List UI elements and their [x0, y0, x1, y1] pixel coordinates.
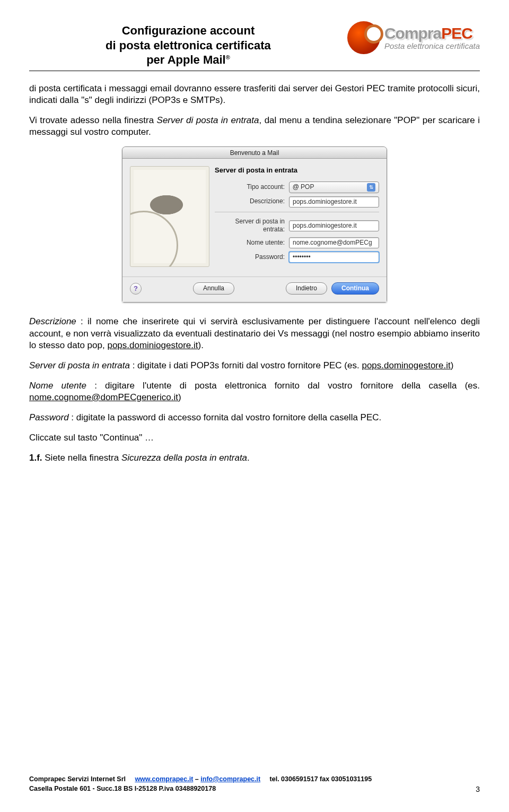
logo-text: CompraPEC Posta elettronica certificata	[384, 25, 480, 50]
footer-addr: Casella Postale 601 - Succ.18 BS I-25128…	[29, 785, 216, 792]
step-paragraph: 1.f. Siete nella finestra Sicurezza dell…	[29, 452, 480, 464]
username-text-b: )	[178, 392, 181, 402]
description-input[interactable]	[289, 196, 379, 208]
account-type-select[interactable]: @ POP ⇅	[289, 182, 379, 193]
cancel-button[interactable]: Annulla	[193, 282, 234, 295]
row-server: Server di posta in entrata:	[215, 218, 379, 234]
window-footer: ? Annulla Indietro Continua	[122, 277, 387, 303]
desc-under: pops.dominiogestore.it	[107, 340, 198, 350]
p2b: Server di posta in entrata	[157, 115, 259, 125]
continue-paragraph: Cliccate sul tasto "Continua" …	[29, 432, 480, 444]
logo-subtitle: Posta elettronica certificata	[384, 42, 480, 50]
at-icon: @	[293, 183, 299, 191]
page-header: Configurazione account di posta elettron…	[29, 21, 480, 71]
help-button[interactable]: ?	[130, 283, 142, 295]
title-line3: per Apple Mail	[146, 53, 226, 66]
desc-text-b: ).	[198, 340, 203, 350]
username-label: Nome utente	[29, 381, 86, 391]
server-label: Server di posta in entrata	[29, 360, 130, 370]
footer-tel: tel. 0306591517 fax 03051031195	[270, 775, 372, 783]
server-text-b: )	[451, 360, 454, 370]
logo-icon	[347, 21, 380, 54]
footer-company: Comprapec Servizi Internet Srl	[29, 775, 126, 783]
footer-sep: –	[193, 775, 200, 783]
chevron-updown-icon: ⇅	[367, 183, 375, 192]
row-tipo: Tipo account: @ POP ⇅	[215, 182, 379, 193]
password-text: : digitate la password di accesso fornit…	[69, 412, 382, 422]
username-input[interactable]	[289, 237, 379, 248]
mail-setup-window: Benvenuto a Mail Server di posta in entr…	[122, 146, 387, 303]
title-line2: di posta elettronica certificata	[106, 39, 271, 52]
divider	[215, 212, 379, 212]
registered-mark: ®	[226, 54, 230, 61]
title-line1: Configurazione account	[122, 24, 255, 37]
paragraph-2: Vi trovate adesso nella finestra Server …	[29, 115, 480, 138]
password-paragraph: Password : digitate la password di acces…	[29, 412, 480, 424]
header-title: Configurazione account di posta elettron…	[29, 21, 347, 67]
server-under: pops.dominogestore.it	[362, 360, 450, 370]
label-user: Nome utente:	[215, 239, 289, 247]
incoming-server-input[interactable]	[289, 220, 379, 231]
desc-paragraph: Descrizione : il nome che inserirete qui…	[29, 316, 480, 351]
window-titlebar: Benvenuto a Mail	[122, 147, 387, 159]
paragraph-1: di posta certificata i messaggi email do…	[29, 83, 480, 106]
desc-label: Descrizione	[29, 316, 76, 326]
row-descr: Descrizione:	[215, 196, 379, 208]
password-label: Password	[29, 412, 69, 422]
form-area: Server di posta in entrata Tipo account:…	[215, 166, 379, 267]
logo: CompraPEC Posta elettronica certificata	[347, 21, 480, 54]
label-descr: Descrizione:	[215, 197, 289, 206]
logo-name1: Compra	[384, 24, 441, 42]
server-text: : digitate i dati POP3s forniti dal vost…	[130, 360, 362, 370]
step-text: Siete nella finestra	[42, 453, 121, 463]
username-text: : digitare l'utente di posta elettronica…	[86, 381, 480, 391]
footer-web-link[interactable]: www.comprapec.it	[135, 775, 193, 783]
server-paragraph: Server di posta in entrata : digitate i …	[29, 360, 480, 372]
stamp-graphic	[130, 166, 209, 267]
row-user: Nome utente:	[215, 237, 379, 248]
step-number: 1.f.	[29, 453, 42, 463]
p2a: Vi trovate adesso nella finestra	[29, 115, 157, 125]
back-button[interactable]: Indietro	[286, 282, 327, 295]
page-footer: Comprapec Servizi Internet Srl www.compr…	[29, 775, 480, 793]
username-paragraph: Nome utente : digitare l'utente di posta…	[29, 380, 480, 403]
row-pass: Password:	[215, 252, 379, 263]
window-content: Server di posta in entrata Tipo account:…	[122, 159, 387, 277]
label-server: Server di posta in entrata:	[215, 218, 289, 234]
footer-left: Comprapec Servizi Internet Srl www.compr…	[29, 775, 372, 793]
continue-button[interactable]: Continua	[331, 282, 379, 295]
logo-name2: PEC	[441, 24, 472, 42]
label-tipo: Tipo account:	[215, 183, 289, 192]
desc-text: : il nome che inserirete qui vi servirà …	[29, 316, 480, 350]
document-body: di posta certificata i messaggi email do…	[29, 83, 480, 464]
label-pass: Password:	[215, 253, 289, 262]
page-number: 3	[476, 785, 480, 793]
password-input[interactable]	[289, 252, 379, 263]
account-type-value: POP	[301, 183, 314, 191]
footer-mail-link[interactable]: info@comprapec.it	[200, 775, 260, 783]
step-italic: Sicurezza della posta in entrata	[121, 453, 247, 463]
step-end: .	[247, 453, 250, 463]
form-heading: Server di posta in entrata	[215, 166, 379, 175]
username-under: nome.cognome@domPECgenerico.it	[29, 392, 178, 402]
